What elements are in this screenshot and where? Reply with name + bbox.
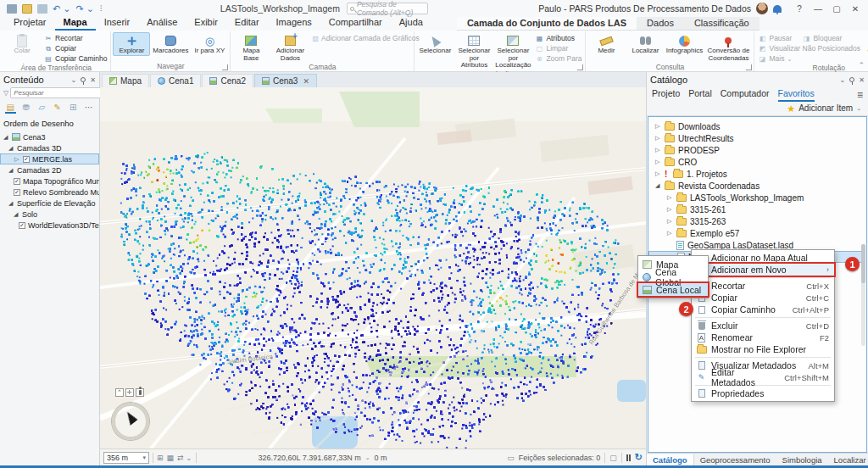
- add-graphics-layer-button[interactable]: ▧Adicionar Camada de Gráficos: [310, 34, 412, 43]
- merge-las-checkbox[interactable]: ✓: [23, 156, 30, 163]
- select-button[interactable]: Selecionar: [416, 32, 453, 56]
- menu-item-delete[interactable]: ExcluirCtrl+D: [692, 320, 834, 332]
- catalog-item-lastools-workshop[interactable]: ▷LASTools_Workshop_Imagem: [648, 192, 866, 203]
- pause-labeling-button[interactable]: ◧Pausar: [756, 34, 793, 43]
- catalog-pin-icon[interactable]: [849, 77, 854, 82]
- select-by-location-button[interactable]: Selecionar por Localização: [494, 32, 531, 70]
- catalog-item-exemplo-e57[interactable]: ▷Exemplo e57: [648, 227, 866, 239]
- open-project-icon[interactable]: [22, 4, 32, 14]
- menu-item-edit-metadata[interactable]: ✎Editar MetadadosCtrl+Shift+M: [692, 371, 834, 383]
- add-data-button[interactable]: Adicionar Dados: [271, 32, 309, 63]
- catalog-menu-chevron-icon[interactable]: ⌄: [840, 76, 846, 84]
- copy-path-button[interactable]: ▤Copiar Caminho: [42, 54, 108, 64]
- bookmarks-button[interactable]: Marcadores: [152, 32, 189, 56]
- customize-qat-icon[interactable]: ᎒: [99, 4, 103, 13]
- view-tab-mapa[interactable]: Mapa: [102, 74, 149, 87]
- view-unplaced-button[interactable]: ◩Visualizar Não Posicionados: [756, 44, 862, 53]
- menu-item-add-to-current-map[interactable]: ★Adicionar no Mapa Atual: [692, 252, 834, 264]
- catalog-tab-projeto[interactable]: Projeto: [652, 88, 680, 102]
- submenu-item-cena-global[interactable]: Cena Global: [638, 270, 708, 283]
- new-layout-icon[interactable]: ⊞: [157, 454, 164, 462]
- tree-item-elevation-surface[interactable]: ◢Superfície de Elevação: [0, 198, 99, 209]
- locate-button[interactable]: Localizar: [626, 32, 664, 56]
- tab-editar[interactable]: Editar: [226, 16, 268, 31]
- collapse-navigator-icon[interactable]: ⌃: [115, 388, 124, 397]
- lock-labeling-button[interactable]: ◨Bloquear: [800, 34, 843, 43]
- copy-button[interactable]: ⧉Copiar: [42, 44, 108, 53]
- catalog-item-utrechtresults[interactable]: ▷UtrechtResults: [648, 132, 866, 144]
- bottom-tab-localizar[interactable]: Localizar: [828, 454, 868, 465]
- tree-item-ground[interactable]: ◢Solo: [0, 209, 99, 220]
- explore-button[interactable]: ✛ Explorar: [113, 32, 150, 56]
- tab-dados[interactable]: Dados: [637, 17, 684, 30]
- list-by-drawing-order-icon[interactable]: ▤: [5, 103, 16, 114]
- tab-classificacao[interactable]: Classificação: [684, 17, 760, 30]
- tab-projetar[interactable]: Projetar: [5, 16, 55, 31]
- catalog-tab-favoritos[interactable]: Favoritos: [778, 88, 815, 102]
- close-view-tab-icon[interactable]: ✕: [303, 77, 309, 86]
- paste-button[interactable]: Colar: [3, 32, 41, 56]
- tab-analise[interactable]: Análise: [138, 16, 186, 31]
- world-elevation-checkbox[interactable]: ✓: [19, 222, 25, 229]
- bottom-tab-catalogo[interactable]: Catálogo: [647, 454, 694, 465]
- swap-view-icon[interactable]: ⇄ ⌄: [177, 454, 192, 462]
- filter-icon[interactable]: ▽: [3, 89, 8, 97]
- avatar[interactable]: [756, 3, 768, 14]
- contents-menu-chevron-icon[interactable]: ⌄: [71, 76, 77, 84]
- map-canvas-area[interactable]: Jardim Botânico Rua Guilherme Barbosa de…: [100, 87, 646, 465]
- tree-item-3d-layers[interactable]: ◢Camadas 3D: [0, 142, 99, 153]
- add-item-button[interactable]: ★ Adicionar Item ⌄: [647, 102, 868, 116]
- collapse-ribbon-icon[interactable]: ⌃: [858, 61, 865, 70]
- menu-item-cut[interactable]: ✂RecortarCtrl+X: [692, 280, 834, 292]
- catalog-item-projetos[interactable]: ▷!1. Projetos: [648, 168, 866, 180]
- catalog-item-3315-261[interactable]: ▷3315-261: [648, 203, 866, 215]
- tab-exibir[interactable]: Exibir: [186, 16, 226, 31]
- view-tab-cena1[interactable]: Cena1: [150, 74, 201, 87]
- coordinate-conversion-button[interactable]: Conversão de Coordenadas: [704, 32, 752, 63]
- command-search-box[interactable]: Pesquisa de Comando (Alt+Q): [347, 3, 428, 14]
- menu-item-copy-path[interactable]: Copiar CaminhoCtrl+Alt+P: [692, 304, 834, 315]
- catalog-item-prodesp[interactable]: ▷PRODESP: [648, 144, 866, 156]
- contents-search-input[interactable]: [10, 87, 111, 98]
- more-labeling-button[interactable]: ◪Mais⌄: [756, 54, 862, 64]
- list-by-snapping-icon[interactable]: ⊞: [68, 103, 79, 114]
- tab-inserir[interactable]: Inserir: [96, 16, 139, 31]
- catalog-hamburger-icon[interactable]: ≡: [857, 89, 863, 101]
- attributes-pane-icon[interactable]: ▢: [609, 454, 617, 462]
- new-project-icon[interactable]: [37, 4, 47, 14]
- catalog-scrollbar[interactable]: [861, 244, 865, 346]
- zoom-to-selection-button[interactable]: ⊕Zoom Para: [533, 54, 583, 64]
- menu-item-copy[interactable]: CopiarCtrl+C: [692, 292, 834, 304]
- catalog-item-downloads[interactable]: ▷Downloads: [648, 120, 866, 132]
- catalog-item-3315-263[interactable]: ▷3315-263: [648, 215, 866, 227]
- bottom-tab-simbologia[interactable]: Simbologia: [776, 454, 828, 465]
- tree-item-merge-las[interactable]: ▷✓MERGE.las: [0, 153, 99, 164]
- tab-mapa[interactable]: Mapa: [55, 16, 96, 31]
- clear-selection-button[interactable]: ▢Limpar: [533, 44, 583, 53]
- scene-navigator-compass[interactable]: [112, 403, 149, 440]
- query-dialog-launcher[interactable]: [746, 64, 752, 70]
- tab-imagens[interactable]: Imagens: [268, 16, 320, 31]
- scale-dropdown[interactable]: 356 m▾: [103, 452, 149, 464]
- menu-item-add-to-new[interactable]: ★Adicionar em Novo›: [692, 264, 834, 276]
- selection-dialog-launcher[interactable]: [577, 64, 583, 70]
- catalog-tab-computador[interactable]: Computador: [721, 88, 770, 102]
- list-by-selection-icon[interactable]: ▱: [36, 103, 47, 114]
- goto-xy-button[interactable]: ◎ Ir para XY: [191, 32, 228, 56]
- measure-button[interactable]: Medir: [587, 32, 625, 56]
- topo-checkbox[interactable]: ✓: [14, 178, 20, 185]
- tab-camada-conjunto-las[interactable]: Camada do Conjunto de Dados LAS: [457, 17, 637, 30]
- basemap-button[interactable]: Mapa Base: [232, 32, 270, 63]
- tree-item-hillshade[interactable]: ✓Relevo Sombreado Mundial: [0, 187, 99, 198]
- view-tab-cena2[interactable]: Cena2: [202, 74, 253, 87]
- list-by-source-icon[interactable]: ⛃: [21, 103, 32, 114]
- tab-compartilhar[interactable]: Compartilhar: [320, 16, 391, 31]
- grid-icon[interactable]: ▦: [167, 454, 175, 462]
- pan-mode-icon[interactable]: ✛: [125, 388, 134, 397]
- menu-item-show-in-explorer[interactable]: Mostrar no File Explorer: [692, 343, 834, 355]
- redo-icon[interactable]: ↷ ⌄: [76, 4, 95, 14]
- catalog-close-icon[interactable]: ✕: [859, 76, 865, 84]
- infographics-button[interactable]: Infographics: [665, 32, 703, 56]
- save-icon[interactable]: [7, 4, 17, 14]
- hillshade-checkbox[interactable]: ✓: [14, 189, 20, 196]
